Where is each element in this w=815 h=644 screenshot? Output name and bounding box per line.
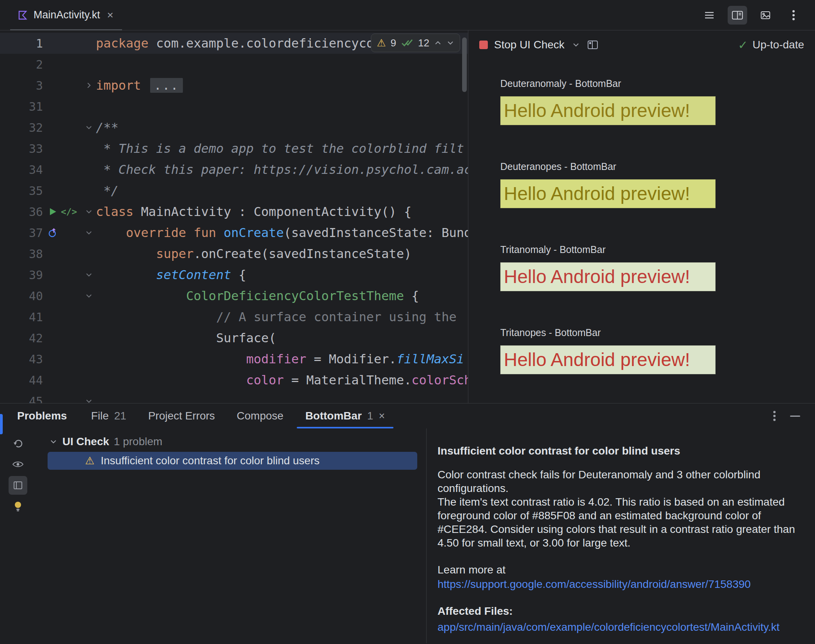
- fold-icon[interactable]: [82, 292, 96, 300]
- code-line[interactable]: 35 */: [0, 180, 468, 201]
- code-line[interactable]: 43 modifier = Modifier.fillMaxSi: [0, 349, 468, 370]
- inspections-widget[interactable]: ⚠ 9 12: [371, 34, 460, 52]
- line-number[interactable]: 35: [0, 184, 43, 198]
- open-details-icon[interactable]: [9, 476, 27, 495]
- preview-eye-icon[interactable]: [9, 455, 27, 474]
- line-number[interactable]: 31: [0, 100, 43, 113]
- code-line[interactable]: 36</>class MainActivity : ComponentActiv…: [0, 201, 468, 222]
- code-text[interactable]: * Check this paper: https://vision.psych…: [96, 162, 468, 177]
- code-text[interactable]: class MainActivity : ComponentActivity()…: [96, 204, 468, 219]
- line-number[interactable]: 32: [0, 121, 43, 134]
- bottom-tab-file[interactable]: File21: [80, 403, 137, 428]
- line-number[interactable]: 40: [0, 289, 43, 303]
- code-line[interactable]: 32/**: [0, 117, 468, 138]
- code-text[interactable]: super.onCreate(savedInstanceState): [96, 246, 468, 261]
- code-line[interactable]: 40 ColorDeficiencyColorTestTheme {: [0, 285, 468, 306]
- code-text[interactable]: Surface(: [96, 331, 468, 345]
- stop-ui-check-button[interactable]: Stop UI Check: [479, 39, 565, 51]
- code-text[interactable]: // A surface container using the: [96, 310, 468, 324]
- close-icon[interactable]: ×: [106, 10, 115, 21]
- learn-more-link[interactable]: https://support.google.com/accessibility…: [438, 577, 805, 591]
- layout-orientation-icon[interactable]: [587, 40, 598, 50]
- code-text[interactable]: * This is a demo app to test the colorbl…: [96, 141, 468, 156]
- line-number[interactable]: 36: [0, 205, 43, 219]
- code-line[interactable]: 38 super.onCreate(savedInstanceState): [0, 243, 468, 264]
- line-number[interactable]: 33: [0, 142, 43, 156]
- checks-passed-count: 12: [418, 37, 429, 49]
- affected-files-label: Affected Files:: [438, 604, 805, 618]
- code-editor[interactable]: 1package com.example.colordeficiencycol2…: [0, 30, 468, 403]
- quickfix-bulb-icon[interactable]: [9, 497, 27, 516]
- code-line[interactable]: 3import ...: [0, 75, 468, 96]
- problems-tab-bar: Problems File21Project ErrorsComposeBott…: [0, 403, 815, 428]
- tab-count: 1: [367, 410, 374, 422]
- line-number[interactable]: 1: [0, 37, 43, 50]
- ui-check-group-row[interactable]: UI Check 1 problem: [36, 433, 426, 450]
- hamburger-menu-icon[interactable]: [700, 6, 719, 25]
- split-editor-icon[interactable]: [728, 6, 747, 25]
- minimize-icon[interactable]: [790, 416, 800, 417]
- run-icon[interactable]: [48, 207, 58, 217]
- code-line[interactable]: 2: [0, 54, 468, 75]
- code-text[interactable]: setContent {: [96, 267, 468, 282]
- more-options-icon[interactable]: [773, 410, 776, 422]
- chevron-down-icon[interactable]: [572, 41, 580, 49]
- preview-section: Tritanomaly - BottomBarHello Android pre…: [500, 244, 815, 291]
- tool-window-stripe-indicator: [0, 414, 3, 434]
- code-line[interactable]: 31: [0, 96, 468, 117]
- kotlin-file-icon: [17, 10, 28, 21]
- chevron-up-icon[interactable]: [434, 39, 442, 47]
- image-preview-icon[interactable]: [756, 6, 775, 25]
- line-number[interactable]: 2: [0, 58, 43, 71]
- fold-icon[interactable]: [82, 81, 96, 90]
- code-text[interactable]: import ...: [96, 78, 468, 93]
- fold-icon[interactable]: [82, 397, 96, 403]
- code-text[interactable]: override fun onCreate(savedInstanceState…: [96, 225, 468, 240]
- markup-icon[interactable]: </>: [61, 207, 77, 217]
- refresh-icon[interactable]: [9, 434, 27, 453]
- fold-icon[interactable]: [82, 228, 96, 237]
- problem-row[interactable]: ⚠ Insufficient color contrast for color …: [48, 452, 417, 470]
- code-text[interactable]: */: [96, 183, 468, 198]
- line-number[interactable]: 37: [0, 226, 43, 240]
- bottom-tab-compose[interactable]: Compose: [226, 403, 294, 428]
- affected-file-link[interactable]: app/src/main/java/com/example/colordefic…: [438, 620, 805, 634]
- editor-tab-mainactivity[interactable]: MainActivity.kt ×: [10, 0, 122, 30]
- code-text[interactable]: color = MaterialTheme.colorSch: [96, 373, 468, 387]
- tab-label: Project Errors: [148, 410, 215, 422]
- code-line[interactable]: 41 // A surface container using the: [0, 306, 468, 327]
- code-line[interactable]: 37 override fun onCreate(savedInstanceSt…: [0, 222, 468, 243]
- chevron-down-icon[interactable]: [446, 39, 454, 47]
- line-number[interactable]: 42: [0, 331, 43, 345]
- line-number[interactable]: 38: [0, 247, 43, 261]
- bottom-tab-project-errors[interactable]: Project Errors: [137, 403, 226, 428]
- override-icon[interactable]: [48, 228, 58, 238]
- fold-icon[interactable]: [82, 123, 96, 132]
- checks-passed-icon: [401, 38, 413, 48]
- fold-icon[interactable]: [82, 207, 96, 216]
- code-text[interactable]: /**: [96, 120, 468, 135]
- line-number[interactable]: 45: [0, 395, 43, 403]
- more-options-icon[interactable]: [784, 6, 803, 25]
- editor-tab-title: MainActivity.kt: [34, 9, 100, 21]
- code-line[interactable]: 42 Surface(: [0, 327, 468, 349]
- line-number[interactable]: 43: [0, 352, 43, 366]
- code-line[interactable]: 45: [0, 391, 468, 403]
- code-line[interactable]: 39 setContent {: [0, 264, 468, 285]
- line-number[interactable]: 44: [0, 373, 43, 387]
- code-line[interactable]: 33 * This is a demo app to test the colo…: [0, 138, 468, 159]
- line-number[interactable]: 39: [0, 268, 43, 282]
- fold-icon[interactable]: [82, 271, 96, 279]
- editor-scrollbar[interactable]: [462, 37, 467, 92]
- bottom-tab-bottombar[interactable]: BottomBar1×: [294, 403, 396, 428]
- line-number[interactable]: 3: [0, 79, 43, 92]
- line-number[interactable]: 34: [0, 163, 43, 177]
- code-text[interactable]: modifier = Modifier.fillMaxSi: [96, 352, 468, 366]
- code-text[interactable]: ColorDeficiencyColorTestTheme {: [96, 288, 468, 303]
- line-number[interactable]: 41: [0, 310, 43, 324]
- code-line[interactable]: 44 color = MaterialTheme.colorSch: [0, 370, 468, 391]
- close-icon[interactable]: ×: [379, 410, 385, 422]
- code-line[interactable]: 34 * Check this paper: https://vision.ps…: [0, 159, 468, 180]
- chevron-down-icon[interactable]: [49, 437, 58, 446]
- tab-label: Compose: [237, 410, 283, 422]
